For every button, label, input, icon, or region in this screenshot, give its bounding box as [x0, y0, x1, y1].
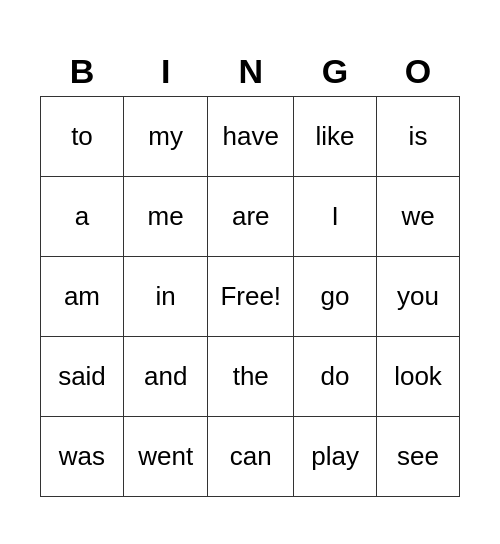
table-cell: we [377, 177, 460, 257]
table-cell: are [208, 177, 294, 257]
table-cell: you [377, 257, 460, 337]
table-cell: have [208, 97, 294, 177]
table-row: saidandthedolook [41, 337, 460, 417]
bingo-card: B I N G O tomyhavelikeisameareIweaminFre… [20, 27, 480, 518]
header-i: I [123, 47, 207, 97]
table-cell: do [294, 337, 377, 417]
table-cell: went [123, 417, 207, 497]
table-cell: said [41, 337, 124, 417]
bingo-table: B I N G O tomyhavelikeisameareIweaminFre… [40, 47, 460, 498]
table-cell: to [41, 97, 124, 177]
header-b: B [41, 47, 124, 97]
table-row: aminFree!goyou [41, 257, 460, 337]
table-cell: see [377, 417, 460, 497]
table-cell: look [377, 337, 460, 417]
table-cell: a [41, 177, 124, 257]
table-cell: the [208, 337, 294, 417]
table-row: tomyhavelikeis [41, 97, 460, 177]
table-cell: can [208, 417, 294, 497]
table-cell: like [294, 97, 377, 177]
table-cell: go [294, 257, 377, 337]
table-cell: my [123, 97, 207, 177]
table-cell: am [41, 257, 124, 337]
table-row: waswentcanplaysee [41, 417, 460, 497]
table-cell: and [123, 337, 207, 417]
table-cell: play [294, 417, 377, 497]
table-cell: is [377, 97, 460, 177]
table-cell: me [123, 177, 207, 257]
header-g: G [294, 47, 377, 97]
header-row: B I N G O [41, 47, 460, 97]
bingo-body: tomyhavelikeisameareIweaminFree!goyousai… [41, 97, 460, 497]
table-cell: Free! [208, 257, 294, 337]
table-cell: in [123, 257, 207, 337]
table-row: ameareIwe [41, 177, 460, 257]
table-cell: I [294, 177, 377, 257]
header-o: O [377, 47, 460, 97]
table-cell: was [41, 417, 124, 497]
header-n: N [208, 47, 294, 97]
